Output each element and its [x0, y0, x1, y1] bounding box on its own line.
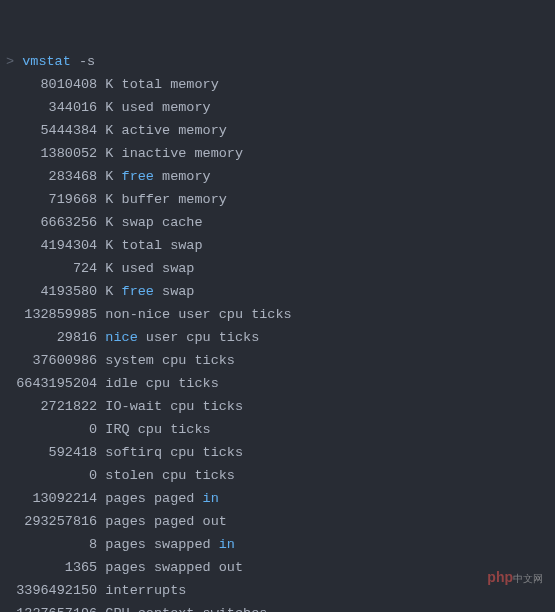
stat-unit: K [105, 192, 113, 207]
stat-label: swap [162, 284, 194, 299]
stat-value: 3396492150 [0, 583, 97, 598]
stat-unit: K [105, 100, 113, 115]
stat-label: used memory [122, 100, 211, 115]
stat-label: buffer memory [122, 192, 227, 207]
stat-keyword: in [219, 537, 235, 552]
stat-rows: 8010408 K total memory 344016 K used mem… [0, 73, 555, 612]
stat-row: 1380052 K inactive memory [0, 142, 555, 165]
stat-row: 4194304 K total swap [0, 234, 555, 257]
stat-unit: K [105, 123, 113, 138]
stat-value: 344016 [0, 100, 97, 115]
stat-row: 6643195204 idle cpu ticks [0, 372, 555, 395]
stat-value: 719668 [0, 192, 97, 207]
stat-row: 0 stolen cpu ticks [0, 464, 555, 487]
stat-row: 719668 K buffer memory [0, 188, 555, 211]
stat-label: non-nice user cpu ticks [105, 307, 291, 322]
stat-row: 8 pages swapped in [0, 533, 555, 556]
stat-value: 8010408 [0, 77, 97, 92]
stat-value: 592418 [0, 445, 97, 460]
stat-unit: K [105, 238, 113, 253]
stat-label: total swap [122, 238, 203, 253]
stat-label: IRQ cpu ticks [105, 422, 210, 437]
stat-row: 1327657196 CPU context switches [0, 602, 555, 612]
stat-value: 283468 [0, 169, 97, 184]
stat-label: pages swapped [105, 537, 210, 552]
stat-row: 6663256 K swap cache [0, 211, 555, 234]
stat-row: 283468 K free memory [0, 165, 555, 188]
stat-label: total memory [122, 77, 219, 92]
stat-value: 6643195204 [0, 376, 97, 391]
stat-value: 132859985 [0, 307, 97, 322]
stat-label: interrupts [105, 583, 186, 598]
stat-value: 4194304 [0, 238, 97, 253]
watermark-suffix: 中文网 [513, 573, 543, 584]
stat-value: 0 [0, 422, 97, 437]
stat-value: 5444384 [0, 123, 97, 138]
stat-row: 8010408 K total memory [0, 73, 555, 96]
stat-label: inactive memory [122, 146, 244, 161]
stat-value: 29816 [0, 330, 97, 345]
stat-row: 132859985 non-nice user cpu ticks [0, 303, 555, 326]
stat-keyword: in [203, 491, 219, 506]
stat-keyword: free [122, 284, 154, 299]
stat-value: 6663256 [0, 215, 97, 230]
stat-row: 3396492150 interrupts [0, 579, 555, 602]
stat-value: 2721822 [0, 399, 97, 414]
stat-label: pages paged out [105, 514, 227, 529]
stat-row: 344016 K used memory [0, 96, 555, 119]
command-name: vmstat [22, 54, 71, 69]
stat-label: active memory [122, 123, 227, 138]
terminal-output: > vmstat -s 8010408 K total memory 34401… [0, 4, 555, 612]
stat-unit: K [105, 261, 113, 276]
stat-row: 5444384 K active memory [0, 119, 555, 142]
watermark-brand: php [487, 569, 513, 585]
command-line: > vmstat -s [0, 50, 555, 73]
stat-row: 724 K used swap [0, 257, 555, 280]
watermark: php中文网 [487, 566, 543, 590]
stat-row: 1365 pages swapped out [0, 556, 555, 579]
stat-row: 0 IRQ cpu ticks [0, 418, 555, 441]
stat-label: softirq cpu ticks [105, 445, 243, 460]
stat-value: 724 [0, 261, 97, 276]
stat-keyword: nice [105, 330, 137, 345]
stat-keyword: free [122, 169, 154, 184]
stat-label: user cpu ticks [146, 330, 259, 345]
stat-row: 13092214 pages paged in [0, 487, 555, 510]
prompt-symbol: > [0, 54, 14, 69]
stat-value: 37600986 [0, 353, 97, 368]
stat-value: 13092214 [0, 491, 97, 506]
stat-unit: K [105, 284, 113, 299]
stat-row: 293257816 pages paged out [0, 510, 555, 533]
stat-unit: K [105, 169, 113, 184]
stat-label: swap cache [122, 215, 203, 230]
stat-label: pages swapped out [105, 560, 243, 575]
stat-unit: K [105, 215, 113, 230]
stat-row: 37600986 system cpu ticks [0, 349, 555, 372]
stat-label: idle cpu ticks [105, 376, 218, 391]
stat-label: stolen cpu ticks [105, 468, 235, 483]
stat-unit: K [105, 146, 113, 161]
stat-row: 592418 softirq cpu ticks [0, 441, 555, 464]
stat-label: system cpu ticks [105, 353, 235, 368]
stat-value: 1380052 [0, 146, 97, 161]
stat-unit: K [105, 77, 113, 92]
stat-value: 0 [0, 468, 97, 483]
stat-row: 29816 nice user cpu ticks [0, 326, 555, 349]
stat-label: IO-wait cpu ticks [105, 399, 243, 414]
stat-label: memory [162, 169, 211, 184]
command-args: -s [79, 54, 95, 69]
stat-label: CPU context switches [105, 606, 267, 612]
stat-label: used swap [122, 261, 195, 276]
stat-value: 293257816 [0, 514, 97, 529]
stat-label: pages paged [105, 491, 194, 506]
stat-value: 1327657196 [0, 606, 97, 612]
stat-value: 8 [0, 537, 97, 552]
stat-value: 1365 [0, 560, 97, 575]
stat-row: 4193580 K free swap [0, 280, 555, 303]
stat-row: 2721822 IO-wait cpu ticks [0, 395, 555, 418]
stat-value: 4193580 [0, 284, 97, 299]
